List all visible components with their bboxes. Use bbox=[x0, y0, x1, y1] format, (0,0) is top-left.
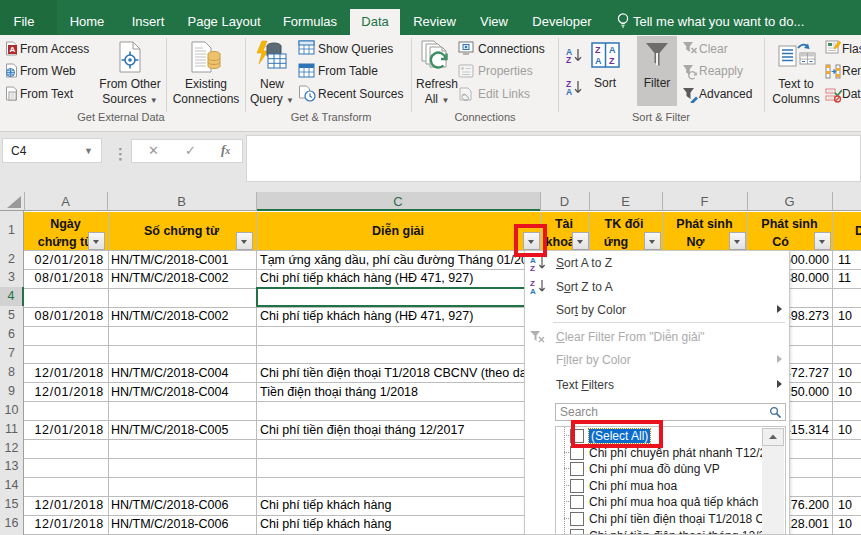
svg-text:Z: Z bbox=[530, 264, 535, 271]
svg-text:A: A bbox=[566, 87, 572, 95]
svg-text:Z: Z bbox=[566, 55, 571, 63]
svg-text:A: A bbox=[595, 56, 602, 66]
svg-text:A: A bbox=[609, 45, 616, 55]
svg-text:Z: Z bbox=[595, 45, 601, 55]
svg-text:Z: Z bbox=[609, 56, 615, 66]
svg-text:A: A bbox=[10, 45, 16, 54]
svg-text:A: A bbox=[530, 287, 536, 294]
